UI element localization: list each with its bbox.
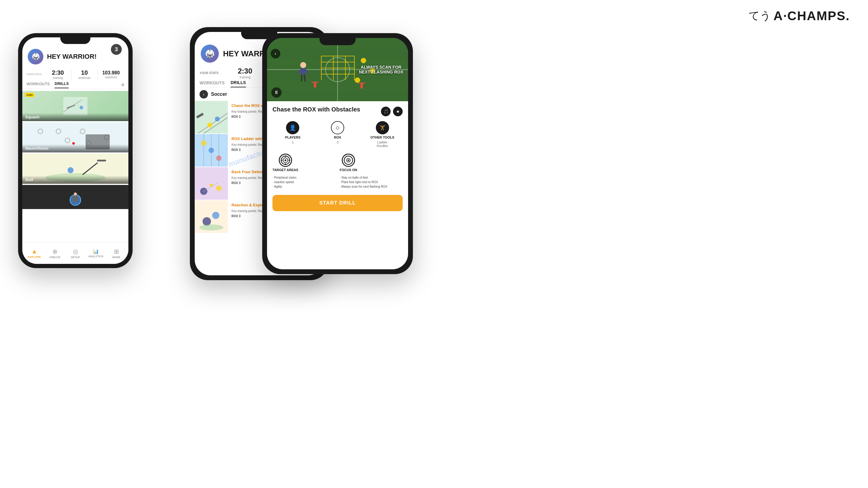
phone2-avatar: 🥋 [201, 44, 219, 63]
svg-point-26 [215, 117, 220, 121]
phone2-stat-training: 2:30 training [222, 67, 268, 79]
more-icon: ⊞ [114, 248, 119, 255]
setup-label: SETUP [71, 256, 80, 259]
phone3-mockup: ‹ ALWAYS SCAN FORNEXT FLASHING ROX ⏸ Cha… [262, 33, 413, 274]
svg-rect-36 [195, 167, 228, 200]
svg-point-42 [203, 217, 211, 226]
phone3-meta-grid: 👤 PLAYERS 1 ○ ROX 3 🏋 OTHER TOOLS Ladder… [273, 121, 403, 148]
phone1-greeting: HEY WARRIOR! [47, 53, 97, 61]
stat-reactions: 103.980 reactions [98, 70, 124, 79]
explore-label: EXPLORE [28, 255, 41, 258]
focus-target-areas: TARGET AREAS Peripheral vision reaction … [273, 154, 336, 189]
setup-icon: ◎ [73, 248, 78, 255]
rox-title: ROX [334, 135, 341, 139]
stat-training: 2:30 training [44, 69, 71, 79]
drill-label-squash: Squash [25, 115, 125, 119]
phone2-stats-label: YOUR STATS [199, 71, 218, 75]
focus-point-3: Always scan for next flashing ROX [340, 184, 403, 189]
phone1-screen: 3 🥋 HEY WARRIOR! YOUR STATS 2:30 trainin… [22, 37, 128, 264]
svg-point-21 [74, 193, 77, 195]
svg-point-33 [209, 148, 214, 153]
players-icon: 👤 [286, 121, 299, 134]
focus-point-1: Stay on balls of feet [340, 175, 403, 180]
players-title: PLAYERS [285, 135, 301, 139]
nav-analytics[interactable]: 📊 ANALYTICS [86, 249, 106, 258]
svg-point-27 [207, 123, 212, 127]
stat-training-label: training [44, 76, 71, 79]
brand-icon: てう [749, 8, 771, 23]
tools-title: OTHER TOOLS [370, 135, 394, 139]
target-areas-points: Peripheral vision reaction speed Agility [273, 175, 336, 189]
nav-more[interactable]: ⊞ MORE [106, 248, 127, 259]
stat-workouts-label: workouts [71, 76, 98, 79]
phone3-screen: ‹ ALWAYS SCAN FORNEXT FLASHING ROX ⏸ Cha… [267, 38, 408, 269]
pause-button[interactable]: ⏸ [271, 87, 281, 98]
svg-point-2 [80, 106, 83, 109]
stat-workouts: 10 workouts [71, 69, 98, 79]
players-value: 1 [292, 140, 293, 144]
target-point-1: Peripheral vision [273, 175, 336, 180]
meta-rox: ○ ROX 3 [317, 121, 358, 148]
svg-line-63 [304, 75, 305, 82]
svg-point-15 [67, 167, 73, 173]
rox-value: 3 [337, 140, 338, 144]
target-areas-icon [279, 154, 292, 167]
stats-label: YOUR STATS [27, 73, 41, 76]
focus-on-icon [342, 154, 355, 167]
meta-players: 👤 PLAYERS 1 [273, 121, 313, 148]
focus-on-points: Stay on balls of feet Plant foot right n… [340, 175, 403, 189]
favorite-button[interactable]: ★ [393, 107, 403, 116]
prev-sport-btn[interactable]: ‹ [199, 90, 208, 98]
analytics-icon: 📊 [93, 249, 99, 254]
phone2-training-value: 2:30 [222, 67, 268, 75]
more-label: MORE [113, 256, 121, 259]
svg-point-60 [300, 62, 306, 68]
nav-create[interactable]: ⊕ CREATE [44, 248, 65, 259]
video-text-overlay: ALWAYS SCAN FORNEXT FLASHING ROX [359, 65, 403, 74]
drill-tag-auto: Auto [25, 93, 35, 97]
tab-workouts[interactable]: WORKOUTS [27, 82, 50, 88]
phone1-mockup: 3 🥋 HEY WARRIOR! YOUR STATS 2:30 trainin… [18, 33, 133, 268]
filter-icon[interactable]: ≡ [121, 82, 124, 88]
svg-rect-0 [63, 97, 87, 115]
drill-card-squash[interactable]: Auto Squash [22, 91, 128, 121]
notification-badge[interactable]: 3 [111, 44, 122, 55]
phone3-video-area: ‹ ALWAYS SCAN FORNEXT FLASHING ROX ⏸ [267, 38, 408, 101]
rox-icon: ○ [331, 121, 344, 134]
svg-line-62 [301, 75, 302, 82]
tools-value: Ladder Hurdles [377, 140, 388, 148]
start-drill-button[interactable]: START DRILL [273, 195, 403, 211]
phone3-action-btns: 🎵 ★ [381, 107, 403, 116]
svg-point-43 [212, 212, 219, 219]
svg-point-39 [216, 186, 221, 191]
nav-setup[interactable]: ◎ SETUP [65, 248, 86, 259]
bookmark-button[interactable]: 🎵 [381, 107, 391, 116]
create-label: CREATE [50, 256, 60, 259]
phone2-tab-drills[interactable]: DRILLS [230, 80, 246, 87]
target-point-2: reaction speed [273, 180, 336, 184]
svg-point-75 [284, 159, 286, 161]
svg-rect-17 [97, 160, 106, 161]
back-button[interactable]: ‹ [271, 49, 280, 59]
drill-card-4[interactable] [22, 185, 128, 209]
meta-other-tools: 🏋 OTHER TOOLS Ladder Hurdles [362, 121, 403, 148]
stat-reactions-value: 103.980 [98, 70, 124, 76]
drill-label-neurovision: NeuroVision [25, 146, 125, 151]
sport-label: Soccer [211, 92, 227, 97]
brand-text: A·CHAMPS. [773, 9, 850, 23]
nav-explore[interactable]: ▲ EXPLORE [24, 248, 44, 258]
drill-card-golf[interactable]: Golf [22, 154, 128, 184]
phone3-notch [319, 38, 355, 45]
phone1-drills-list: Auto Squash [22, 91, 128, 210]
svg-point-66 [361, 58, 366, 63]
phone2-tab-workouts[interactable]: WORKOUTS [199, 80, 224, 87]
svg-point-44 [199, 224, 223, 230]
tab-drills[interactable]: DRILLS [55, 82, 69, 88]
brand-logo: てう A·CHAMPS. [749, 8, 850, 23]
drill-card-neurovision[interactable]: NeuroVision [22, 122, 128, 153]
phone1-stats: YOUR STATS 2:30 training 10 workouts 103… [22, 67, 128, 82]
focus-on: FOCUS ON Stay on balls of feet Plant foo… [340, 154, 403, 189]
svg-point-68 [355, 77, 360, 83]
target-point-3: Agility [273, 184, 336, 189]
focus-point-2: Plant foot right next to ROX [340, 180, 403, 184]
